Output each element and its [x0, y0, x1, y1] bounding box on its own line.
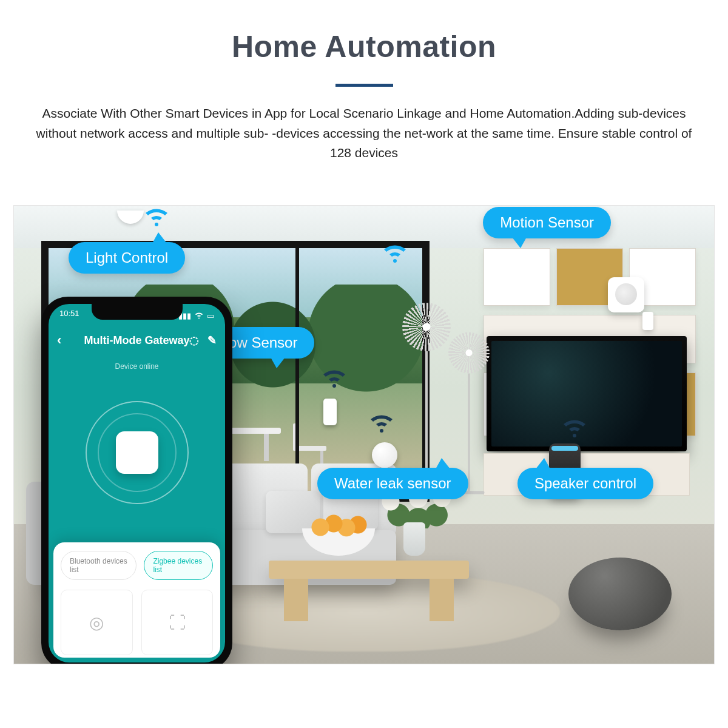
- wifi-icon: [322, 368, 346, 388]
- callout-water-leak-sensor: Water leak sensor: [317, 468, 468, 499]
- hero-scene: Light Control Motion Sensor Door & Windo…: [13, 205, 715, 664]
- page-title: Home Automation: [0, 29, 728, 64]
- pouf: [568, 558, 672, 630]
- callout-label: Motion Sensor: [500, 214, 594, 231]
- phone-mockup: 10:51 ▮▮▮ ▭ ‹ Multi-Mode Gateway ◌ ✎ Dev…: [41, 297, 232, 664]
- callout-label: Speaker control: [534, 475, 636, 491]
- title-underline: [335, 84, 393, 87]
- callout-light-control: Light Control: [69, 242, 185, 274]
- device-status-text: Device online: [49, 362, 225, 371]
- battery-icon: ▭: [207, 311, 214, 320]
- status-time: 10:51: [59, 309, 79, 322]
- wifi-icon: [369, 413, 394, 433]
- device-tile[interactable]: ◎: [61, 590, 133, 655]
- television: [487, 336, 687, 451]
- wifi-icon: [144, 207, 169, 226]
- callout-label: Water leak sensor: [334, 475, 451, 491]
- app-title: Multi-Mode Gateway: [84, 334, 189, 347]
- motion-sensor-mount: [642, 312, 653, 330]
- sensor-icon: ⛶: [169, 613, 186, 633]
- sensor-icon: ◎: [89, 613, 104, 633]
- phone-screen: 10:51 ▮▮▮ ▭ ‹ Multi-Mode Gateway ◌ ✎ Dev…: [49, 304, 225, 662]
- callout-speaker-control: Speaker control: [517, 468, 653, 499]
- gateway-hub-graphic[interactable]: [86, 401, 189, 504]
- callout-label: Light Control: [86, 249, 168, 266]
- location-icon[interactable]: ◌: [189, 334, 199, 347]
- app-top-bar: ‹ Multi-Mode Gateway ◌ ✎: [49, 328, 225, 352]
- gateway-device-icon: [116, 431, 158, 474]
- coffee-table: [269, 530, 469, 621]
- wifi-icon: [383, 243, 407, 263]
- devices-card: Bluetooth devices list Zigbee devices li…: [53, 542, 220, 658]
- callout-motion-sensor: Motion Sensor: [483, 207, 611, 238]
- water-leak-sensor-device: [372, 442, 397, 468]
- phone-notch: [92, 304, 183, 320]
- edit-icon[interactable]: ✎: [207, 334, 217, 347]
- door-window-sensor-device: [323, 399, 337, 425]
- tab-bluetooth[interactable]: Bluetooth devices list: [61, 551, 136, 580]
- page-subtitle: Associate With Other Smart Devices in Ap…: [27, 104, 701, 163]
- tab-zigbee[interactable]: Zigbee devices list: [144, 551, 213, 580]
- wifi-icon: [195, 312, 203, 319]
- device-tile[interactable]: ⛶: [141, 590, 214, 655]
- back-icon[interactable]: ‹: [57, 332, 61, 348]
- motion-sensor-device: [608, 277, 644, 312]
- wifi-icon: [562, 418, 587, 437]
